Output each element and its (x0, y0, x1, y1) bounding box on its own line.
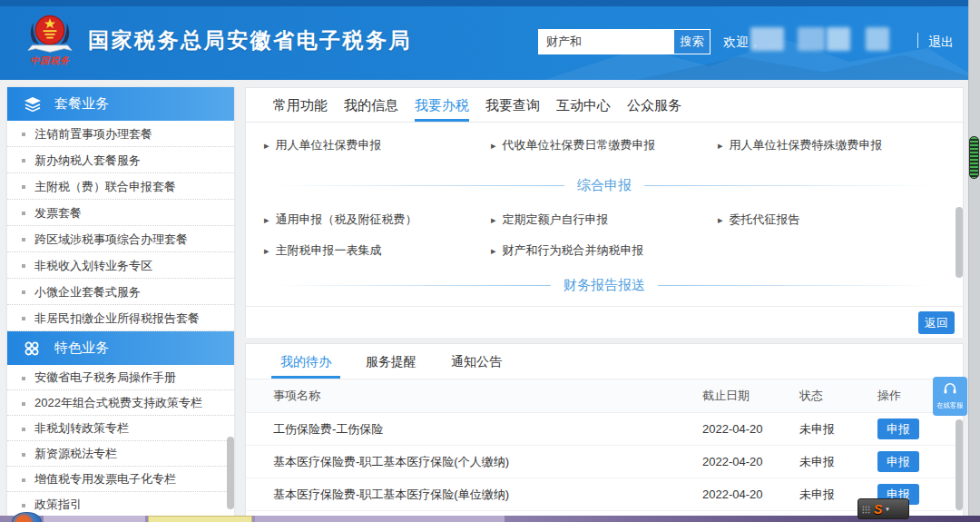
sogou-ime-toolbar[interactable]: S ▾ (858, 498, 909, 519)
sidebar-item-nontax-transfer-zone[interactable]: 非税收入划转业务专区 (7, 252, 234, 279)
browser-scrollbar-thumb[interactable] (969, 136, 979, 179)
content-scrollbar-thumb-upper[interactable] (956, 207, 963, 278)
status-badge: 未申报 (799, 421, 877, 438)
sidebar-item-joint-declaration-package[interactable]: 主附税（费）联合申报套餐 (7, 173, 234, 200)
sidebar-item-nontax-policy[interactable]: 非税划转政策专栏 (7, 416, 234, 441)
sogou-logo-icon: S (874, 503, 882, 516)
logout-divider (917, 33, 918, 48)
sidebar-item-vat-einvoice[interactable]: 增值税专用发票电子化专栏 (7, 467, 234, 492)
todo-item-name: 基本医疗保险费-职工基本医疗保险(个人缴纳) (246, 454, 702, 470)
tax-bureau-logo: 中国税务 (20, 10, 80, 67)
link-collecting-unit-daily-payment[interactable]: 代收单位社保费日常缴费申报 (491, 137, 718, 153)
sidebar-item-2022-tax-policy[interactable]: 2022年组合式税费支持政策专栏 (7, 390, 234, 416)
panel-footer: 返回 (246, 306, 963, 338)
logo-caption: 中国税务 (20, 54, 80, 67)
sidebar-item-cancellation-package[interactable]: 注销前置事项办理套餐 (7, 121, 234, 147)
table-row: 工伤保险费-工伤保险 2022-04-20 未申报 申报 (246, 413, 963, 446)
headset-icon (943, 382, 957, 399)
taskbar-window-segment[interactable] (255, 516, 505, 522)
logout-link[interactable]: 退出 (928, 34, 954, 51)
tab-notices[interactable]: 通知公告 (442, 344, 511, 379)
tab-my-info[interactable]: 我的信息 (344, 88, 398, 122)
drag-handle-icon (862, 501, 870, 517)
link-employer-social-insurance[interactable]: 用人单位社保费申报 (264, 137, 491, 153)
tax-emblem-icon (20, 10, 80, 55)
taskbar-active-window-segment[interactable] (148, 516, 252, 522)
sidebar-item-small-business-service[interactable]: 小微企业套餐式服务 (7, 279, 234, 305)
table-row: 基本医疗保险费-职工基本医疗保险(单位缴纳) 2022-04-20 未申报 申报 (246, 478, 963, 511)
sidebar-item-policy-guide[interactable]: 政策指引 (7, 492, 234, 517)
todo-deadline: 2022-04-20 (702, 422, 799, 436)
tab-service-reminder[interactable]: 服务提醒 (357, 344, 426, 379)
sidebar-item-cross-region-package[interactable]: 跨区域涉税事项综合办理套餐 (7, 226, 234, 252)
sidebar-item-invoice-package[interactable]: 发票套餐 (7, 200, 234, 226)
sidebar-item-operation-manual[interactable]: 安徽省电子税务局操作手册 (7, 365, 234, 390)
desktop-taskbar (0, 516, 980, 522)
search-input[interactable] (538, 29, 673, 54)
link-general-declaration[interactable]: 通用申报（税及附征税费） (264, 212, 491, 228)
comprehensive-links-row-1: 通用申报（税及附征税费） 定期定额户自行申报 委托代征报告 (246, 204, 963, 235)
sidebar-item-nonresident-withholding[interactable]: 非居民扣缴企业所得税报告套餐 (7, 305, 234, 331)
divider-label: 综合申报 (564, 177, 644, 194)
sidebar-section-title: 特色业务 (54, 340, 109, 357)
functions-panel: 常用功能 我的信息 我要办税 我要查询 互动中心 公众服务 用人单位社保费申报 … (245, 87, 964, 338)
tab-inquiry[interactable]: 我要查询 (485, 88, 540, 122)
header-search: 搜索 (538, 29, 710, 54)
divider-comprehensive-declaration: 综合申报 (246, 174, 963, 196)
comprehensive-links-row-2: 主附税申报一表集成 财产和行为税合并纳税申报 (246, 235, 963, 266)
table-row: 基本医疗保险费-职工基本医疗保险(个人缴纳) 2022-04-20 未申报 申报 (246, 446, 963, 478)
content-scrollbar-thumb-lower[interactable] (956, 419, 963, 510)
column-header-item-name: 事项名称 (246, 388, 702, 404)
header-top-strip (0, 0, 980, 6)
column-header-deadline: 截止日期 (702, 388, 799, 404)
layers-icon (24, 97, 41, 112)
tab-my-todo[interactable]: 我的待办 (271, 344, 340, 379)
apps-icon (24, 341, 41, 356)
link-main-additional-tax-integration[interactable]: 主附税申报一表集成 (264, 242, 491, 259)
tab-tax-handling[interactable]: 我要办税 (415, 88, 469, 122)
tab-public-service[interactable]: 公众服务 (627, 88, 681, 122)
taskbar-window-segment[interactable] (44, 516, 145, 522)
redacted-username-block (798, 27, 825, 51)
todo-deadline: 2022-04-20 (702, 488, 799, 501)
todo-table-header: 事项名称 截止日期 状态 操作 (246, 379, 963, 413)
page-title: 国家税务总局安徽省电子税务局 (88, 26, 412, 54)
site-header: 中国税务 国家税务总局安徽省电子税务局 搜索 欢迎， 退出 (0, 0, 980, 80)
todo-item-name: 基本医疗保险费-职工基本医疗保险(单位缴纳) (246, 487, 702, 503)
divider-financial-report: 财务报告报送 (246, 274, 963, 296)
link-entrusted-collection-report[interactable]: 委托代征报告 (718, 212, 945, 228)
sidebar-section-title: 套餐业务 (54, 95, 109, 113)
redacted-username-block (750, 27, 784, 51)
redacted-username-block (866, 27, 889, 51)
declare-button[interactable]: 申报 (877, 451, 919, 472)
link-employer-special-payment[interactable]: 用人单位社保费特殊缴费申报 (718, 137, 945, 153)
search-button[interactable]: 搜索 (673, 29, 710, 54)
main-tab-bar: 常用功能 我的信息 我要办税 我要查询 互动中心 公众服务 (246, 88, 963, 123)
sidebar: 套餐业务 注销前置事项办理套餐 新办纳税人套餐服务 主附税（费）联合申报套餐 发… (7, 87, 234, 522)
online-customer-service-button[interactable]: 在线客服 (933, 377, 967, 416)
sidebar-item-resource-tax-law[interactable]: 新资源税法专栏 (7, 441, 234, 467)
status-badge: 未申报 (799, 454, 877, 470)
tab-interaction-center[interactable]: 互动中心 (556, 88, 611, 122)
ime-menu-caret-icon: ▾ (886, 506, 889, 512)
todo-tab-bar: 我的待办 服务提醒 通知公告 (246, 344, 963, 379)
column-header-status: 状态 (799, 388, 877, 404)
sidebar-section-featured: 特色业务 (7, 331, 234, 365)
todo-item-name: 工伤保险费-工伤保险 (246, 421, 702, 438)
redacted-username-block (827, 27, 850, 51)
sidebar-scrollbar-thumb[interactable] (227, 437, 234, 509)
browser-scrollbar-track[interactable] (968, 0, 980, 522)
todo-panel: 我的待办 服务提醒 通知公告 事项名称 截止日期 状态 操作 工伤保险费-工伤保… (245, 343, 964, 522)
link-fixed-quota-self-declaration[interactable]: 定期定额户自行申报 (491, 212, 718, 228)
sidebar-section-packages: 套餐业务 (7, 87, 234, 121)
todo-deadline: 2022-04-20 (702, 455, 799, 468)
sidebar-item-new-taxpayer-package[interactable]: 新办纳税人套餐服务 (7, 147, 234, 173)
link-property-behavior-tax-combined[interactable]: 财产和行为税合并纳税申报 (491, 242, 718, 259)
divider-label: 财务报告报送 (551, 277, 658, 294)
declare-button[interactable]: 申报 (877, 419, 919, 439)
customer-service-label: 在线客服 (936, 400, 963, 409)
tab-common-functions[interactable]: 常用功能 (273, 88, 328, 122)
social-insurance-links-row: 用人单位社保费申报 代收单位社保费日常缴费申报 用人单位社保费特殊缴费申报 (246, 130, 963, 161)
back-button[interactable]: 返回 (918, 311, 955, 334)
